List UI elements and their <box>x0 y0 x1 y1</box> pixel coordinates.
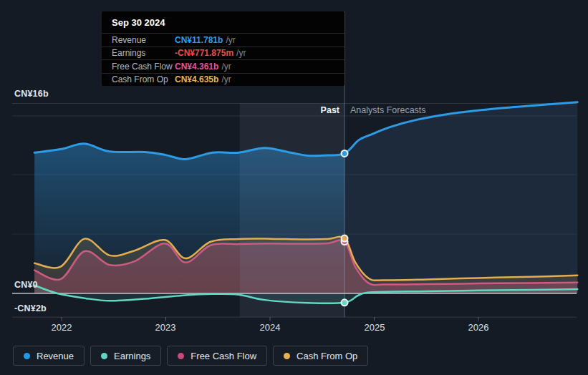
past-label: Past <box>268 105 339 115</box>
tooltip-date: Sep 30 2024 <box>102 11 344 33</box>
earnings-revenue-chart: CN¥16b CN¥0 -CN¥2b Past Analysts Forecas… <box>0 0 588 375</box>
free-cash-flow-dot-icon <box>178 353 184 359</box>
legend-label: Revenue <box>37 351 74 361</box>
chart-legend: Revenue Earnings Free Cash Flow Cash Fro… <box>13 346 368 366</box>
legend-label: Cash From Op <box>297 351 357 361</box>
revenue-dot-icon <box>24 353 30 359</box>
tooltip-value: CN¥11.781b <box>175 35 223 45</box>
legend-item-cash-from-op[interactable]: Cash From Op <box>273 346 368 366</box>
tooltip-row-revenue: Revenue CN¥11.781b /yr <box>102 33 344 47</box>
tooltip-label: Cash From Op <box>112 74 175 84</box>
tooltip-row-earnings: Earnings -CN¥771.875m /yr <box>102 47 344 60</box>
tooltip-suffix: /yr <box>221 74 231 84</box>
tooltip-suffix: /yr <box>226 35 235 45</box>
y-axis-label-16b: CN¥16b <box>14 89 49 99</box>
y-axis-label-0: CN¥0 <box>14 280 38 290</box>
cash-from-op-dot-icon <box>284 353 290 359</box>
x-tick-2025: 2025 <box>365 322 385 333</box>
legend-label: Earnings <box>114 351 150 361</box>
analysts-forecasts-label: Analysts Forecasts <box>350 105 426 115</box>
tooltip-value: -CN¥771.875m <box>175 48 233 58</box>
legend-item-earnings[interactable]: Earnings <box>90 346 161 366</box>
tooltip-label: Revenue <box>112 35 175 45</box>
tooltip-label: Free Cash Flow <box>112 62 175 72</box>
earnings-dot-icon <box>101 353 107 359</box>
tooltip-value: CN¥4.635b <box>175 74 218 84</box>
tooltip-label: Earnings <box>112 48 175 58</box>
tooltip-value: CN¥4.361b <box>175 62 218 72</box>
y-axis-label-neg2b: -CN¥2b <box>14 303 47 313</box>
x-tick-2024: 2024 <box>260 322 281 333</box>
legend-item-free-cash-flow[interactable]: Free Cash Flow <box>167 346 267 366</box>
tooltip-suffix: /yr <box>236 48 246 58</box>
legend-label: Free Cash Flow <box>191 351 256 361</box>
x-tick-2026: 2026 <box>468 322 489 333</box>
x-tick-2023: 2023 <box>155 322 176 333</box>
chart-tooltip: Sep 30 2024 Revenue CN¥11.781b /yr Earni… <box>102 11 344 86</box>
tooltip-suffix: /yr <box>221 62 231 72</box>
tooltip-row-cash-from-op: Cash From Op CN¥4.635b /yr <box>102 73 344 87</box>
x-tick-2022: 2022 <box>52 322 72 333</box>
tooltip-row-free-cash-flow: Free Cash Flow CN¥4.361b /yr <box>102 59 344 73</box>
legend-item-revenue[interactable]: Revenue <box>13 346 85 366</box>
